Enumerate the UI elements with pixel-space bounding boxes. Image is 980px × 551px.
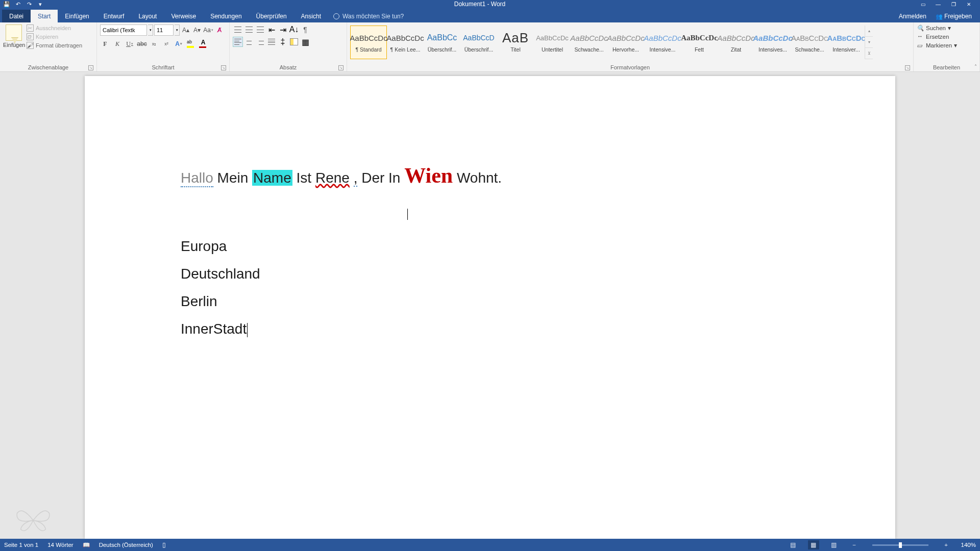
style-item-0[interactable]: AaBbCcDc¶ Standard (350, 26, 387, 59)
zoom-level[interactable]: 140% (961, 542, 976, 548)
redo-icon[interactable]: ↷ (26, 1, 33, 8)
align-center-button[interactable] (244, 37, 254, 47)
ribbon-display-options-icon[interactable]: ▭ (916, 0, 930, 8)
underline-button[interactable]: U (125, 39, 135, 49)
tell-me-search[interactable]: Was möchten Sie tun? (333, 13, 404, 22)
heading-3[interactable]: Berlin (181, 293, 799, 310)
bold-button[interactable]: F (100, 39, 110, 49)
tab-review[interactable]: Überprüfen (249, 10, 294, 22)
tab-mailings[interactable]: Sendungen (203, 10, 249, 22)
word-wien[interactable]: Wien (404, 164, 453, 187)
sort-button[interactable]: A↓ (289, 24, 299, 35)
font-name-combo[interactable]: Calibri (Textk (100, 24, 147, 36)
justify-button[interactable] (266, 37, 277, 47)
numbering-button[interactable] (244, 24, 254, 35)
decrease-indent-button[interactable]: ⇤ (266, 24, 277, 35)
change-case-button[interactable]: Aa (203, 25, 213, 35)
style-item-5[interactable]: AaBbCcDcUntertitel (534, 26, 571, 59)
status-word-count[interactable]: 14 Wörter (47, 542, 74, 548)
italic-button[interactable]: K (112, 39, 122, 49)
replace-button[interactable]: ↔Ersetzen (917, 33, 957, 40)
font-dialog-launcher[interactable]: ↘ (221, 65, 226, 70)
heading-1[interactable]: Europa (181, 238, 799, 255)
close-button[interactable]: ✕ (962, 0, 976, 8)
style-item-13[interactable]: AaBbCcDcIntensiver... (828, 26, 865, 59)
tab-layout[interactable]: Layout (131, 10, 164, 22)
style-item-8[interactable]: AaBbCcDcIntensive... (644, 26, 681, 59)
view-print-layout-icon[interactable]: ▦ (808, 540, 819, 549)
paragraph-dialog-launcher[interactable]: ↘ (338, 65, 344, 70)
word-comma[interactable]: , (354, 170, 358, 187)
paste-button[interactable]: Einfügen (3, 24, 24, 48)
maximize-button[interactable]: ❐ (946, 0, 961, 8)
document-area[interactable]: Hallo Mein Name Ist Rene , Der In Wien W… (0, 72, 980, 539)
style-item-1[interactable]: AaBbCcDc¶ Kein Lee... (387, 26, 424, 59)
tab-view[interactable]: Ansicht (294, 10, 328, 22)
word-name[interactable]: Name (252, 170, 292, 186)
heading-4[interactable]: InnerStadt (181, 321, 799, 337)
increase-indent-button[interactable]: ⇥ (278, 24, 288, 35)
zoom-thumb[interactable] (899, 542, 902, 548)
style-item-10[interactable]: AaBbCcDcZitat (718, 26, 754, 59)
shrink-font-button[interactable]: A▾ (192, 25, 202, 35)
word-der[interactable]: Der (361, 170, 384, 186)
word-in[interactable]: In (388, 170, 400, 186)
word-mein[interactable]: Mein (217, 170, 249, 186)
highlight-button[interactable] (186, 39, 196, 49)
tab-file[interactable]: Datei (2, 10, 31, 22)
font-size-dropdown-icon[interactable]: ▾ (175, 24, 180, 36)
show-marks-button[interactable]: ¶ (300, 24, 310, 35)
tab-references[interactable]: Verweise (164, 10, 203, 22)
heading-2[interactable]: Deutschland (181, 266, 799, 282)
style-item-11[interactable]: AaBbCcDcIntensives... (754, 26, 791, 59)
word-wohnt[interactable]: Wohnt. (457, 170, 502, 186)
word-hallo[interactable]: Hallo (181, 170, 213, 187)
zoom-slider[interactable] (872, 544, 928, 546)
grow-font-button[interactable]: A▴ (181, 25, 191, 35)
style-item-12[interactable]: AaBbCcDcSchwache... (791, 26, 828, 59)
save-icon[interactable]: 💾 (3, 1, 10, 8)
clipboard-dialog-launcher[interactable]: ↘ (88, 65, 93, 70)
share-button[interactable]: Freigeben (936, 13, 972, 20)
tab-design[interactable]: Entwurf (96, 10, 132, 22)
word-rene[interactable]: Rene (315, 170, 350, 186)
line-spacing-button[interactable]: ‡ (278, 37, 288, 47)
style-item-3[interactable]: AaBbCcDÜberschrif... (460, 26, 497, 59)
align-right-button[interactable] (255, 37, 265, 47)
style-item-2[interactable]: AaBbCcÜberschrif... (424, 26, 460, 59)
text-effects-button[interactable]: A (174, 39, 184, 49)
font-name-dropdown-icon[interactable]: ▾ (148, 24, 153, 36)
sign-in-link[interactable]: Anmelden (899, 13, 926, 20)
status-page[interactable]: Seite 1 von 1 (4, 542, 38, 548)
view-web-layout-icon[interactable]: ▥ (828, 540, 840, 549)
superscript-button[interactable]: x² (161, 39, 172, 49)
font-color-button[interactable]: A (198, 39, 208, 49)
view-read-mode-icon[interactable]: ▤ (788, 540, 799, 549)
cut-button[interactable]: ✂Ausschneiden (27, 24, 82, 32)
status-macro-icon[interactable]: ▯ (162, 541, 166, 548)
style-item-4[interactable]: AaBTitel (497, 26, 534, 59)
subscript-button[interactable]: x₂ (149, 39, 159, 49)
minimize-button[interactable]: — (931, 0, 945, 8)
strikethrough-button[interactable]: abc (137, 39, 147, 49)
zoom-out-button[interactable]: − (849, 540, 860, 549)
multilevel-list-button[interactable] (255, 24, 265, 35)
style-item-7[interactable]: AaBbCcDcHervorhe... (607, 26, 644, 59)
word-ist[interactable]: Ist (297, 170, 312, 186)
format-painter-button[interactable]: 🖌Format übertragen (27, 42, 82, 49)
tab-insert[interactable]: Einfügen (58, 10, 96, 22)
bullets-button[interactable] (233, 24, 243, 35)
styles-scroll[interactable]: ▴▾⊻ (865, 26, 873, 59)
borders-button[interactable]: ▦ (300, 37, 310, 47)
undo-icon[interactable]: ↶ (14, 1, 21, 8)
style-item-9[interactable]: AaBbCcDcFett (681, 26, 718, 59)
text-line-1[interactable]: Hallo Mein Name Ist Rene , Der In Wien W… (181, 163, 799, 188)
page[interactable]: Hallo Mein Name Ist Rene , Der In Wien W… (85, 76, 895, 539)
font-size-combo[interactable]: 11 (154, 24, 174, 36)
select-button[interactable]: ▭Markieren ▾ (917, 42, 957, 49)
copy-button[interactable]: ⧉Kopieren (27, 33, 82, 40)
shading-button[interactable] (289, 37, 299, 47)
status-proofing-icon[interactable]: 📖 (83, 541, 90, 548)
zoom-in-button[interactable]: + (941, 540, 952, 549)
align-left-button[interactable] (233, 37, 243, 47)
